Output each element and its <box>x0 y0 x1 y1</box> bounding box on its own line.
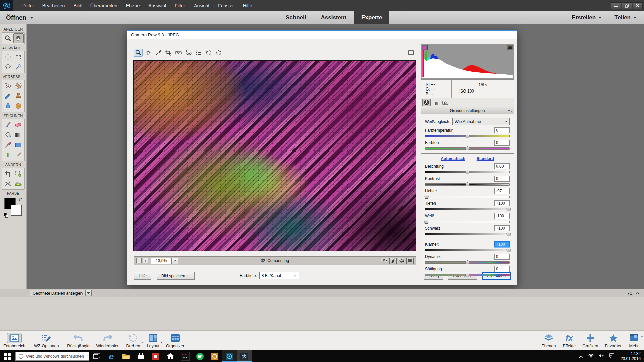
paint-bucket-tool[interactable] <box>3 130 13 140</box>
tab-camera-calibration[interactable] <box>441 99 449 106</box>
cr-preferences-button[interactable] <box>194 49 203 57</box>
swap-before-after-button[interactable] <box>389 258 397 264</box>
home-app-icon[interactable] <box>163 350 178 362</box>
zoom-tool[interactable] <box>3 33 13 43</box>
slider-track[interactable] <box>425 249 510 251</box>
copy-settings-button[interactable] <box>398 258 405 264</box>
slider-thumb[interactable] <box>465 134 470 138</box>
slider-thumb[interactable] <box>506 232 511 236</box>
blur-tool[interactable] <box>3 101 13 111</box>
smart-brush-tool[interactable] <box>3 91 13 101</box>
app-toolbar-wz-optionen[interactable]: WZ-Optionen <box>31 332 62 349</box>
menu-item-auswahl[interactable]: Auswahl <box>144 0 170 11</box>
tab-basic[interactable] <box>422 99 431 106</box>
slider-value-input[interactable]: +100 <box>494 200 510 206</box>
slider-value-input[interactable]: 0 <box>494 140 510 146</box>
white-balance-select[interactable]: Wie Aufnahme <box>452 118 510 125</box>
cr-rotate-left-button[interactable] <box>204 49 213 57</box>
panel-menu-icon[interactable]: ≡⌄ <box>508 109 512 112</box>
taskbar-search-input[interactable]: Web und Windows durchsuchen <box>15 352 89 361</box>
volume-icon[interactable] <box>599 353 604 359</box>
background-color-swatch[interactable] <box>11 205 22 216</box>
pse-editor-icon[interactable] <box>222 350 237 362</box>
tab-assistent[interactable]: Assistent <box>313 11 354 24</box>
slider-thumb[interactable] <box>506 248 511 252</box>
save-image-button[interactable]: Bild speichern... <box>157 272 195 280</box>
image-preview[interactable] <box>134 61 416 251</box>
help-button[interactable]: Hilfe <box>134 272 151 280</box>
bin-menu-icon[interactable]: ▾≣ <box>627 291 633 296</box>
default-colors-icon[interactable] <box>4 213 8 218</box>
red-app-icon[interactable] <box>148 350 163 362</box>
menu-item-fenster[interactable]: Fenster <box>214 0 238 11</box>
shadow-clipping-button[interactable] <box>422 45 428 50</box>
zoom-in-button[interactable]: + <box>143 258 148 263</box>
slider-thumb[interactable] <box>465 146 470 150</box>
close-button[interactable] <box>633 2 643 9</box>
camera-raw-active-icon[interactable] <box>237 350 252 362</box>
open-files-dropdown[interactable]: Geöffnete Dateien anzeigen <box>30 290 92 296</box>
store-icon[interactable] <box>133 350 148 362</box>
highlight-clipping-button[interactable] <box>507 45 513 50</box>
zoom-level-select[interactable]: 13,9% <box>151 258 178 264</box>
slider-thumb[interactable] <box>465 273 470 277</box>
pencil-tool[interactable] <box>13 150 24 160</box>
notifications-icon[interactable] <box>609 353 614 359</box>
swap-colors-icon[interactable]: ⇄ <box>19 197 22 202</box>
cr-zoom-tool[interactable] <box>134 49 143 57</box>
lovefilm-icon[interactable]: LOVEFILM <box>178 350 193 362</box>
app-toolbar-effekte[interactable]: fxEffekte <box>559 332 579 349</box>
slider-value-input[interactable]: -100 <box>494 213 510 219</box>
menu-item-datei[interactable]: Datei <box>18 0 38 11</box>
slider-value-input[interactable]: +100 <box>494 225 510 231</box>
lasso-tool[interactable] <box>3 62 13 72</box>
quick-selection-tool[interactable] <box>13 62 24 72</box>
content-move-tool[interactable] <box>3 179 13 189</box>
app-toolbar-ebenen[interactable]: Ebenen <box>538 332 559 349</box>
cr-rotate-right-button[interactable] <box>214 49 223 57</box>
slider-value-input[interactable]: 0 <box>494 266 510 272</box>
edge-icon[interactable]: e <box>104 350 119 362</box>
menu-item-hilfe[interactable]: Hilfe <box>238 0 257 11</box>
app-toolbar-organizer[interactable]: Organizer <box>163 332 188 349</box>
cr-crop-tool[interactable] <box>164 49 173 57</box>
menu-item-filter[interactable]: Filter <box>170 0 190 11</box>
app-toolbar-layout[interactable]: ▾Layout <box>144 332 163 349</box>
slider-thumb[interactable] <box>424 220 428 224</box>
app-toolbar-wiederholen[interactable]: Wiederholen <box>93 332 123 349</box>
crop-tool[interactable] <box>3 169 13 179</box>
move-tool[interactable] <box>3 52 13 62</box>
slider-track[interactable] <box>425 274 510 276</box>
marquee-tool[interactable] <box>13 52 24 62</box>
menu-item-ebene[interactable]: Ebene <box>122 0 144 11</box>
minimize-button[interactable] <box>611 2 621 9</box>
amber-app-icon[interactable] <box>207 350 222 362</box>
slider-value-input[interactable]: 0 <box>494 254 510 260</box>
tab-detail[interactable] <box>432 99 440 106</box>
tray-chevron-icon[interactable] <box>579 353 583 359</box>
auto-link[interactable]: Automatisch <box>441 156 465 161</box>
cr-red-eye-tool[interactable] <box>184 49 193 57</box>
restore-button[interactable] <box>622 2 632 9</box>
bin-collapse-icon[interactable] <box>636 291 639 296</box>
slider-track[interactable] <box>425 171 510 173</box>
file-explorer-icon[interactable] <box>119 350 133 362</box>
cr-fullscreen-button[interactable] <box>407 49 416 57</box>
slider-value-input[interactable]: +100 <box>494 241 510 247</box>
slider-thumb[interactable] <box>506 207 511 211</box>
slider-thumb[interactable] <box>424 195 429 199</box>
slider-track[interactable] <box>425 135 510 137</box>
cr-white-balance-tool[interactable] <box>154 49 163 57</box>
brush-tool[interactable] <box>3 120 13 130</box>
open-menu[interactable]: Öffnen <box>6 14 33 21</box>
slider-track[interactable] <box>425 208 510 210</box>
slider-track[interactable] <box>425 233 510 235</box>
spot-healing-tool[interactable] <box>13 81 24 91</box>
eyedropper-tool[interactable] <box>3 140 13 150</box>
sponge-tool[interactable] <box>13 101 24 111</box>
app-toolbar-fotobereich[interactable]: Fotobereich <box>0 332 29 349</box>
zoom-out-button[interactable]: − <box>136 258 142 263</box>
slider-value-input[interactable]: 0,00 <box>494 163 510 169</box>
slider-value-input[interactable]: 0 <box>494 127 510 133</box>
app-toolbar-mehr[interactable]: ▾Mehr <box>626 332 642 349</box>
